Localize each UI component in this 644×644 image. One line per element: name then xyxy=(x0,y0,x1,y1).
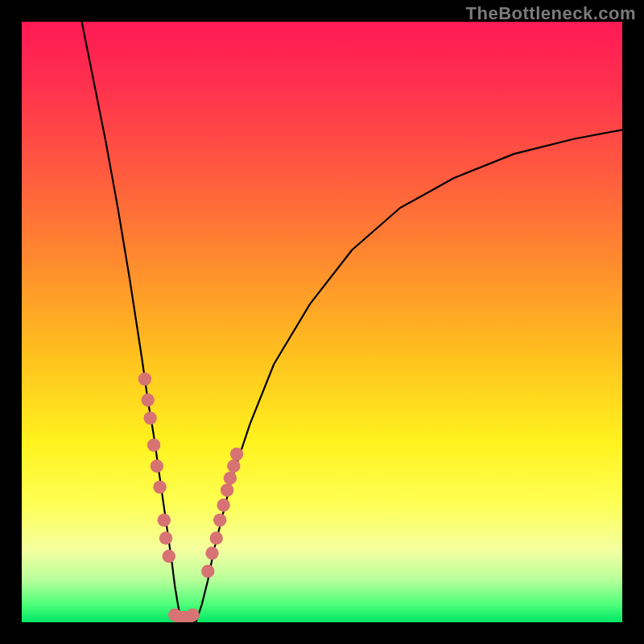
data-dot xyxy=(217,498,229,511)
data-dot xyxy=(227,460,240,473)
data-dot xyxy=(158,514,171,526)
data-dot xyxy=(143,411,156,424)
data-dot xyxy=(186,609,199,621)
chart-frame: TheBottleneck.com xyxy=(0,0,644,644)
data-dot xyxy=(151,460,163,473)
data-dot xyxy=(147,439,160,452)
data-dot xyxy=(141,394,154,407)
data-dot xyxy=(205,547,218,559)
data-dot xyxy=(224,472,237,485)
data-dot xyxy=(138,373,151,386)
data-dot xyxy=(221,484,233,497)
watermark-text: TheBottleneck.com xyxy=(466,3,636,24)
data-dot xyxy=(159,531,172,544)
plot-area xyxy=(22,22,622,622)
data-dot xyxy=(213,514,226,526)
data-dot xyxy=(230,448,243,460)
data-dot xyxy=(209,531,222,544)
data-dot xyxy=(163,550,175,563)
data-dot xyxy=(201,564,214,577)
scatter-dots xyxy=(22,22,622,622)
data-dot xyxy=(153,481,166,493)
